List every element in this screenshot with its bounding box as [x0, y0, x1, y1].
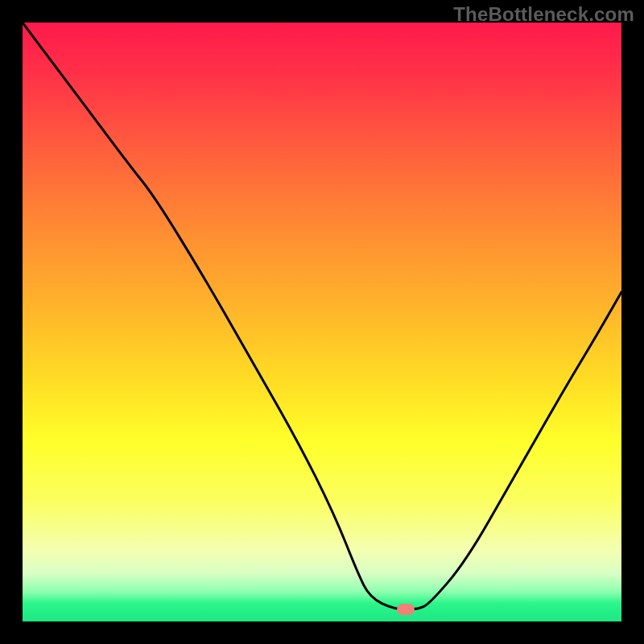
curve-path	[23, 23, 621, 609]
plot-area	[23, 23, 621, 621]
bottleneck-curve	[23, 23, 621, 621]
optimal-point-marker	[397, 604, 415, 615]
chart-frame: TheBottleneck.com	[0, 0, 644, 644]
watermark-text: TheBottleneck.com	[453, 3, 634, 26]
